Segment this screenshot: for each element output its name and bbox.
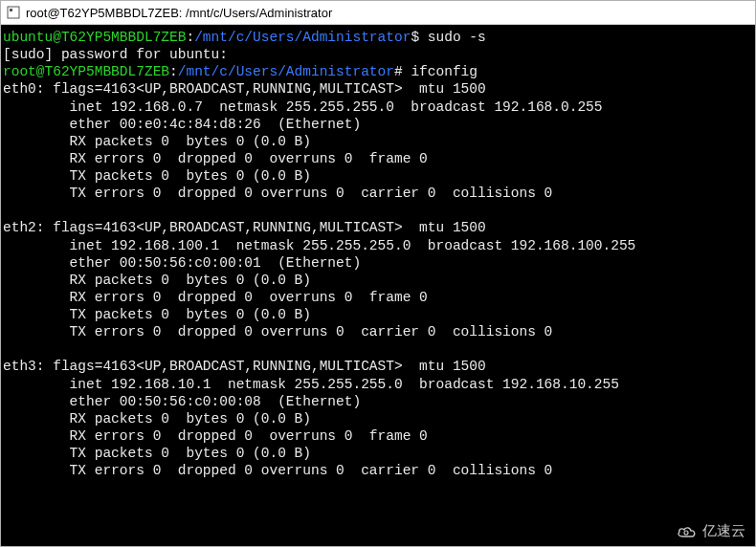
eth2-tx-packets: TX packets 0 bytes 0 (0.0 B) — [3, 307, 311, 322]
eth0-rx-errors: RX errors 0 dropped 0 overruns 0 frame 0 — [3, 151, 428, 166]
prompt-colon: : — [169, 64, 178, 79]
prompt-hash: # — [394, 64, 411, 79]
prompt-root-host: root@T62YP5MBBDL7ZEB — [3, 64, 169, 79]
window-title: root@T62YP5MBBDL7ZEB: /mnt/c/Users/Admin… — [26, 6, 332, 20]
eth0-tx-errors: TX errors 0 dropped 0 overruns 0 carrier… — [3, 186, 552, 201]
eth3-flags: eth3: flags=4163<UP,BROADCAST,RUNNING,MU… — [3, 359, 486, 374]
prompt-user-host: ubuntu@T62YP5MBBDL7ZEB — [3, 30, 186, 45]
eth3-rx-packets: RX packets 0 bytes 0 (0.0 B) — [3, 411, 311, 427]
window-titlebar[interactable]: root@T62YP5MBBDL7ZEB: /mnt/c/Users/Admin… — [1, 1, 755, 25]
terminal-body[interactable]: ubuntu@T62YP5MBBDL7ZEB:/mnt/c/Users/Admi… — [1, 25, 755, 546]
prompt-path: /mnt/c/Users/Administrator — [178, 64, 394, 79]
eth0-tx-packets: TX packets 0 bytes 0 (0.0 B) — [3, 168, 311, 184]
app-icon — [7, 6, 20, 19]
command-sudo: sudo -s — [428, 30, 486, 45]
eth0-ether: ether 00:e0:4c:84:d8:26 (Ethernet) — [3, 117, 361, 132]
eth2-ether: ether 00:50:56:c0:00:01 (Ethernet) — [3, 255, 361, 271]
eth3-inet: inet 192.168.10.1 netmask 255.255.255.0 … — [3, 377, 619, 392]
eth2-inet: inet 192.168.100.1 netmask 255.255.255.0… — [3, 238, 635, 253]
eth0-inet: inet 192.168.0.7 netmask 255.255.255.0 b… — [3, 99, 603, 115]
eth0-flags: eth0: flags=4163<UP,BROADCAST,RUNNING,MU… — [3, 81, 486, 97]
eth2-rx-errors: RX errors 0 dropped 0 overruns 0 frame 0 — [3, 290, 428, 305]
eth3-ether: ether 00:50:56:c0:00:08 (Ethernet) — [3, 394, 361, 409]
prompt-dollar: $ — [411, 30, 427, 45]
svg-rect-0 — [8, 7, 19, 18]
svg-rect-1 — [10, 9, 12, 11]
terminal-window: root@T62YP5MBBDL7ZEB: /mnt/c/Users/Admin… — [0, 0, 756, 547]
eth0-rx-packets: RX packets 0 bytes 0 (0.0 B) — [3, 134, 311, 149]
eth3-tx-errors: TX errors 0 dropped 0 overruns 0 carrier… — [3, 463, 552, 478]
eth3-rx-errors: RX errors 0 dropped 0 overruns 0 frame 0 — [3, 428, 428, 444]
eth2-rx-packets: RX packets 0 bytes 0 (0.0 B) — [3, 273, 311, 288]
eth2-flags: eth2: flags=4163<UP,BROADCAST,RUNNING,MU… — [3, 220, 486, 235]
sudo-password-line: [sudo] password for ubuntu: — [3, 47, 228, 62]
eth2-tx-errors: TX errors 0 dropped 0 overruns 0 carrier… — [3, 324, 552, 339]
eth3-tx-packets: TX packets 0 bytes 0 (0.0 B) — [3, 446, 311, 461]
prompt-path: /mnt/c/Users/Administrator — [194, 30, 411, 45]
command-ifconfig: ifconfig — [411, 64, 478, 79]
prompt-colon: : — [186, 30, 194, 45]
